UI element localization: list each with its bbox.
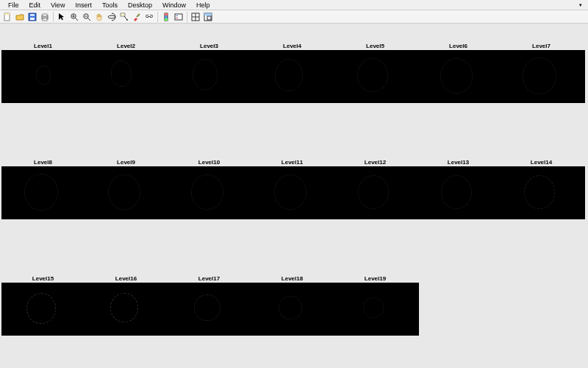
menu-help[interactable]: Help xyxy=(191,1,215,9)
subplot-title: Level15 xyxy=(1,275,85,282)
subplot-title: Level13 xyxy=(417,159,500,166)
svg-line-13 xyxy=(87,18,90,21)
pointer-icon[interactable] xyxy=(56,11,68,23)
zoom-in-icon[interactable] xyxy=(68,11,80,23)
svg-point-18 xyxy=(126,19,128,21)
menu-view[interactable]: View xyxy=(46,1,70,9)
legend-icon[interactable] xyxy=(173,11,184,23)
subplot-image[interactable] xyxy=(85,283,168,336)
colorbar-icon[interactable] xyxy=(160,11,172,23)
subplot-image[interactable] xyxy=(1,50,85,103)
svg-point-15 xyxy=(108,15,115,18)
subplot-image[interactable] xyxy=(417,50,500,103)
svg-rect-30 xyxy=(204,13,212,15)
svg-rect-16 xyxy=(121,13,125,16)
subplot-image[interactable] xyxy=(251,166,334,219)
svg-rect-31 xyxy=(207,16,211,20)
subplot-image[interactable] xyxy=(500,50,583,103)
zoom-out-icon[interactable] xyxy=(81,11,93,23)
save-icon[interactable] xyxy=(26,11,38,23)
menu-window[interactable]: Window xyxy=(157,1,191,9)
subplot-image[interactable] xyxy=(168,283,251,336)
toolbar-separator xyxy=(157,12,158,22)
svg-rect-4 xyxy=(30,14,35,16)
subplot-title: Level6 xyxy=(417,43,500,49)
svg-rect-23 xyxy=(175,14,182,20)
svg-rect-3 xyxy=(30,18,35,20)
menu-file[interactable]: File xyxy=(3,1,24,9)
svg-rect-7 xyxy=(43,18,47,21)
subplot-title: Level3 xyxy=(168,43,251,49)
brush-icon[interactable] xyxy=(131,11,143,23)
subplot-title: Level19 xyxy=(334,275,417,282)
subplot-title: Level7 xyxy=(500,43,583,49)
subplot-image[interactable] xyxy=(334,50,417,103)
subplot-title: Level16 xyxy=(85,275,168,282)
figure-canvas: Level1 Level2 Level3 Level4 Level5 Level… xyxy=(0,24,588,368)
subplot-title: Level2 xyxy=(85,43,168,49)
pan-hand-icon[interactable] xyxy=(93,11,105,23)
menu-desktop[interactable]: Desktop xyxy=(123,1,157,9)
subplot-title: Level1 xyxy=(1,43,85,49)
subplot-title-row: Level1 Level2 Level3 Level4 Level5 Level… xyxy=(1,43,588,49)
subplot-title: Level12 xyxy=(334,159,417,166)
subplot-title: Level17 xyxy=(168,275,251,282)
svg-rect-6 xyxy=(43,14,47,16)
subplot-image[interactable] xyxy=(85,166,168,219)
subplot-title: Level11 xyxy=(251,159,334,166)
new-file-icon[interactable] xyxy=(1,11,13,23)
svg-line-19 xyxy=(137,14,140,17)
toolbar-separator xyxy=(53,12,54,22)
print-icon[interactable] xyxy=(39,11,51,23)
subplot-title: Level4 xyxy=(251,43,334,49)
subplot-image[interactable] xyxy=(251,50,334,103)
menu-tools[interactable]: Tools xyxy=(97,1,123,9)
subplot-title: Level14 xyxy=(500,159,583,166)
svg-line-9 xyxy=(75,18,78,21)
subplot-title: Level18 xyxy=(251,275,334,282)
menu-edit[interactable]: Edit xyxy=(24,1,46,9)
toolbar-separator xyxy=(187,12,187,22)
svg-rect-1 xyxy=(4,13,10,15)
subplot-image[interactable] xyxy=(85,50,168,103)
rotate-3d-icon[interactable] xyxy=(106,11,118,23)
subplot-title-row: Level15 Level16 Level17 Level18 Level19 xyxy=(1,275,588,282)
subplot-image[interactable] xyxy=(251,283,334,336)
menu-overflow-icon[interactable]: ▾ xyxy=(579,2,585,8)
svg-rect-21 xyxy=(165,13,168,15)
subplot-title: Level8 xyxy=(1,159,85,166)
data-cursor-icon[interactable] xyxy=(118,11,130,23)
open-folder-icon[interactable] xyxy=(14,11,26,23)
subplot-title: Level5 xyxy=(334,43,417,49)
subplot-grid-icon[interactable] xyxy=(190,11,201,23)
subplot-image[interactable] xyxy=(417,166,500,219)
subplot-image[interactable] xyxy=(1,283,85,336)
subplot-image[interactable] xyxy=(168,50,251,103)
subplot-image[interactable] xyxy=(334,166,417,219)
subplot-strip xyxy=(1,50,585,103)
dock-figure-icon[interactable] xyxy=(202,11,214,23)
link-icon[interactable] xyxy=(143,11,155,23)
subplot-image[interactable] xyxy=(168,166,251,219)
subplot-image[interactable] xyxy=(334,283,417,336)
subplot-strip xyxy=(1,166,585,219)
subplot-image[interactable] xyxy=(500,166,583,219)
toolbar xyxy=(0,10,588,24)
menu-bar: File Edit View Insert Tools Desktop Wind… xyxy=(0,0,588,10)
subplot-title-row: Level8 Level9 Level10 Level11 Level12 Le… xyxy=(1,159,588,166)
subplot-image[interactable] xyxy=(1,166,85,219)
subplot-title: Level9 xyxy=(85,159,168,166)
menu-insert[interactable]: Insert xyxy=(70,1,97,9)
subplot-title: Level10 xyxy=(168,159,251,166)
svg-rect-22 xyxy=(165,18,168,21)
subplot-strip xyxy=(1,283,419,336)
